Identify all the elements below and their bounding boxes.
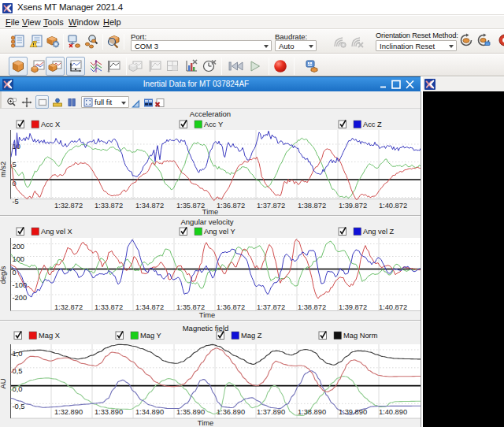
svg-text:Acc Z: Acc Z — [363, 121, 382, 128]
svg-text:-5: -5 — [13, 198, 19, 206]
svg-text:1:38.890: 1:38.890 — [298, 408, 326, 416]
svg-text:Ang vel Y: Ang vel Y — [204, 228, 235, 236]
svg-text:Time: Time — [198, 419, 213, 427]
svg-text:Ang vel Z: Ang vel Z — [363, 228, 395, 236]
svg-text:1:39.872: 1:39.872 — [339, 202, 367, 210]
svg-text:1:40.872: 1:40.872 — [379, 303, 407, 311]
svg-text:-100: -100 — [13, 281, 28, 289]
svg-text:5: 5 — [13, 161, 17, 169]
svg-text:-0,5: -0,5 — [13, 403, 25, 410]
svg-text:Angular velocity: Angular velocity — [180, 217, 233, 226]
svg-text:Acc Y: Acc Y — [204, 121, 223, 128]
svg-text:Magnetic field: Magnetic field — [183, 324, 229, 332]
svg-text:1:33.872: 1:33.872 — [94, 202, 123, 210]
svg-text:1:36.872: 1:36.872 — [217, 303, 245, 311]
svg-text:Mag Z: Mag Z — [241, 332, 262, 340]
svg-text:Acceleration: Acceleration — [190, 110, 231, 118]
svg-text:deg/s: deg/s — [0, 265, 7, 284]
svg-text:1:32.872: 1:32.872 — [54, 202, 83, 210]
svg-text:1:32.890: 1:32.890 — [54, 408, 83, 416]
svg-text:AU: AU — [0, 379, 7, 389]
svg-text:Mag Norm: Mag Norm — [343, 332, 378, 340]
svg-text:1:39.872: 1:39.872 — [339, 303, 367, 311]
svg-text:1:37.872: 1:37.872 — [257, 202, 285, 210]
svg-text:1:32.872: 1:32.872 — [54, 303, 83, 311]
svg-text:1:38.872: 1:38.872 — [298, 303, 326, 311]
svg-text:Ang vel X: Ang vel X — [41, 228, 72, 236]
svg-text:1:35.872: 1:35.872 — [176, 202, 205, 210]
svg-text:Mag X: Mag X — [39, 332, 60, 340]
svg-text:1:35.890: 1:35.890 — [176, 408, 205, 416]
svg-text:m/s2: m/s2 — [0, 162, 7, 177]
svg-text:200: 200 — [13, 243, 25, 251]
svg-text:1:34.872: 1:34.872 — [135, 303, 164, 311]
svg-text:1:37.872: 1:37.872 — [257, 303, 285, 311]
svg-text:1:33.872: 1:33.872 — [94, 303, 123, 311]
svg-text:-200: -200 — [13, 294, 28, 302]
svg-text:Time: Time — [202, 208, 218, 216]
svg-text:Mag Y: Mag Y — [140, 332, 161, 340]
svg-text:1:37.890: 1:37.890 — [257, 408, 285, 416]
svg-text:1:40.890: 1:40.890 — [379, 408, 407, 416]
svg-text:1:36.872: 1:36.872 — [217, 202, 245, 210]
svg-text:1:38.872: 1:38.872 — [298, 202, 326, 210]
svg-text:1:33.890: 1:33.890 — [94, 408, 123, 416]
svg-text:Acc X: Acc X — [41, 121, 60, 128]
svg-text:1:40.872: 1:40.872 — [379, 202, 407, 210]
svg-text:1:39.890: 1:39.890 — [339, 408, 367, 416]
svg-text:1:34.872: 1:34.872 — [135, 202, 164, 210]
svg-text:Time: Time — [199, 311, 215, 319]
svg-text:1:36.890: 1:36.890 — [217, 408, 245, 416]
svg-text:1:34.890: 1:34.890 — [135, 408, 164, 416]
